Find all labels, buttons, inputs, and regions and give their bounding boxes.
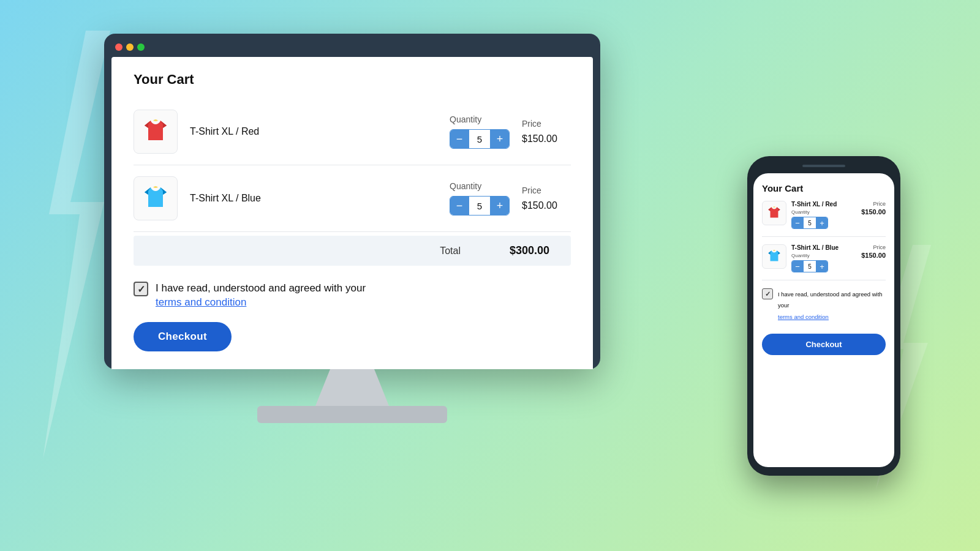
desktop-terms-checkbox[interactable]: ✓ <box>134 282 148 296</box>
mobile-item-1-qty-control: − 5 + <box>791 217 828 229</box>
mobile-checkout-button[interactable]: Checkout <box>762 334 886 355</box>
phone-notch <box>802 165 845 167</box>
desktop-cart-item-2: T-Shirt XL / Blue Quantity − 5 + Price $… <box>134 165 571 232</box>
desktop-cart-title: Your Cart <box>134 72 571 88</box>
mobile-item-1-qty-value: 5 <box>803 217 816 228</box>
item-2-qty-value: 5 <box>469 197 491 215</box>
item-1-price-section: Price $150.00 <box>522 119 571 144</box>
mobile-item-1-price-section: Price $150.00 <box>861 201 886 216</box>
red-tshirt-icon <box>140 116 172 148</box>
mobile-item-1-increment-button[interactable]: + <box>816 217 827 228</box>
item-1-price-label: Price <box>522 119 541 129</box>
item-2-increment-button[interactable]: + <box>491 197 509 215</box>
desktop-total-label: Total <box>440 246 461 257</box>
mobile-cart-item-1: T-Shirt XL / Red Quantity − 5 + Price $1… <box>762 201 886 237</box>
item-1-increment-button[interactable]: + <box>491 130 509 148</box>
mobile-item-2-price-section: Price $150.00 <box>861 244 886 259</box>
mobile-item-2-image <box>762 244 786 269</box>
mobile-item-2-qty-control: − 5 + <box>791 260 828 272</box>
item-2-qty-label: Quantity <box>450 181 481 191</box>
mobile-terms-checkbox[interactable]: ✓ <box>762 288 773 299</box>
item-1-qty-label: Quantity <box>450 114 481 124</box>
item-2-price-value: $150.00 <box>522 200 557 211</box>
mobile-item-2-qty-label: Quantity <box>791 253 856 258</box>
title-bar <box>111 41 593 57</box>
item-2-qty-section: Quantity − 5 + <box>450 181 510 216</box>
mobile-cart-item-2: T-Shirt XL / Blue Quantity − 5 + Price $… <box>762 244 886 280</box>
maximize-dot <box>137 43 145 51</box>
desktop-terms-text-block: I have read, understood and agreed with … <box>156 280 366 309</box>
desktop-checkmark-icon: ✓ <box>137 283 145 295</box>
monitor-screen: Your Cart T-Shirt XL / Red Quantity − <box>111 57 593 369</box>
mobile-cart-title: Your Cart <box>762 183 886 193</box>
mobile-red-tshirt-icon <box>766 204 783 222</box>
item-2-price-label: Price <box>522 186 541 195</box>
mobile-item-2-name: T-Shirt XL / Blue <box>791 244 856 251</box>
mobile-item-1-name: T-Shirt XL / Red <box>791 201 856 208</box>
mobile-item-1-image <box>762 201 786 225</box>
mobile-terms-text: I have read, understood and agreed with … <box>778 291 883 309</box>
item-2-qty-control: − 5 + <box>450 196 510 216</box>
item-2-name: T-Shirt XL / Blue <box>190 193 437 204</box>
desktop-monitor: Your Cart T-Shirt XL / Red Quantity − <box>104 34 600 423</box>
item-1-qty-control: − 5 + <box>450 129 510 149</box>
item-1-image-box <box>134 110 178 154</box>
mobile-terms-text-block: I have read, understood and agreed with … <box>778 288 886 321</box>
item-1-name: T-Shirt XL / Red <box>190 126 437 137</box>
desktop-total-value: $300.00 <box>510 244 559 257</box>
monitor-frame: Your Cart T-Shirt XL / Red Quantity − <box>104 34 600 369</box>
mobile-item-2-increment-button[interactable]: + <box>816 261 827 272</box>
mobile-checkmark-icon: ✓ <box>765 290 771 298</box>
mobile-item-2-decrement-button[interactable]: − <box>792 261 803 272</box>
desktop-terms-text: I have read, understood and agreed with … <box>156 282 366 294</box>
mobile-blue-tshirt-icon <box>766 248 783 265</box>
item-1-decrement-button[interactable]: − <box>450 130 469 148</box>
item-1-qty-value: 5 <box>469 130 491 148</box>
mobile-item-1-details: T-Shirt XL / Red Quantity − 5 + <box>791 201 856 229</box>
mobile-terms-row: ✓ I have read, understood and agreed wit… <box>762 288 886 321</box>
mobile-item-1-decrement-button[interactable]: − <box>792 217 803 228</box>
phone-frame: Your Cart T-Shirt XL / Red Quantity − <box>747 156 900 476</box>
item-2-price-section: Price $150.00 <box>522 186 571 211</box>
desktop-checkout-button[interactable]: Checkout <box>134 322 232 351</box>
stand-base <box>257 406 447 423</box>
desktop-terms-row: ✓ I have read, understood and agreed wit… <box>134 280 571 309</box>
mobile-item-2-details: T-Shirt XL / Blue Quantity − 5 + <box>791 244 856 272</box>
item-1-qty-section: Quantity − 5 + <box>450 114 510 149</box>
phone-screen: Your Cart T-Shirt XL / Red Quantity − <box>753 173 894 467</box>
item-2-decrement-button[interactable]: − <box>450 197 469 215</box>
mobile-item-2-price-label: Price <box>873 244 886 250</box>
minimize-dot <box>126 43 134 51</box>
close-dot <box>115 43 123 51</box>
mobile-item-1-price-value: $150.00 <box>861 208 886 216</box>
monitor-stand <box>104 369 600 423</box>
desktop-total-row: Total $300.00 <box>134 236 571 266</box>
desktop-terms-link[interactable]: terms and condition <box>156 296 246 308</box>
mobile-item-1-qty-label: Quantity <box>791 209 856 215</box>
blue-tshirt-icon <box>140 182 172 214</box>
mobile-item-2-qty-value: 5 <box>803 261 816 272</box>
mobile-item-2-price-value: $150.00 <box>861 252 886 259</box>
item-1-price-value: $150.00 <box>522 133 557 144</box>
item-2-image-box <box>134 176 178 220</box>
mobile-phone: Your Cart T-Shirt XL / Red Quantity − <box>747 156 900 476</box>
desktop-cart-item-1: T-Shirt XL / Red Quantity − 5 + Price $1… <box>134 99 571 165</box>
mobile-terms-link[interactable]: terms and condition <box>778 313 829 320</box>
mobile-item-1-price-label: Price <box>873 201 886 207</box>
stand-neck <box>315 369 389 406</box>
